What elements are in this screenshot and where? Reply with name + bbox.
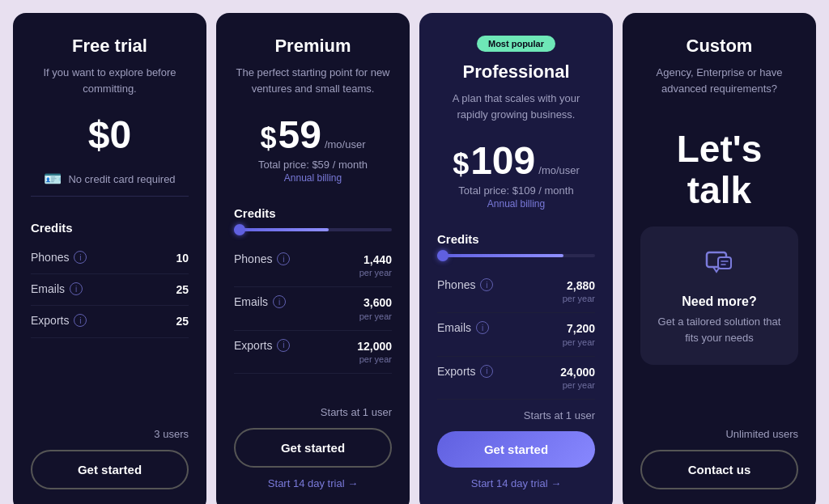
professional-credit-row-exports: Exports i 24,000 per year [437, 357, 595, 400]
credit-card-icon: 🪪 [44, 170, 62, 188]
free-trial-price-value: $0 [88, 112, 131, 157]
premium-slider[interactable] [234, 228, 392, 231]
free-trial-credits-label: Credits [31, 221, 189, 235]
premium-credit-row-exports: Exports i 12,000 per year [234, 331, 392, 374]
professional-price-number: 109 [470, 138, 535, 183]
professional-credit-name-emails: Emails i [437, 321, 489, 334]
divider [31, 196, 189, 197]
credit-value-emails: 25 [176, 282, 189, 297]
premium-card: Premium The perfect starting point for n… [216, 13, 410, 504]
custom-users: Unlimited users [640, 428, 798, 440]
professional-credit-row-emails: Emails i 7,200 per year [437, 313, 595, 356]
free-trial-title: Free trial [31, 36, 189, 57]
premium-credit-row-emails: Emails i 3,600 per year [234, 287, 392, 330]
premium-exports-info-icon[interactable]: i [277, 339, 290, 352]
professional-trial-link[interactable]: Start 14 day trial → [437, 477, 595, 489]
lets-talk: Let's talk [640, 129, 798, 210]
professional-credit-value-emails: 7,200 per year [563, 321, 595, 347]
free-badge: 🪪 No credit card required [31, 170, 189, 188]
professional-credit-row-phones: Phones i 2,880 per year [437, 270, 595, 313]
most-popular-badge: Most popular [477, 36, 555, 52]
premium-price-billing: Annual billing [234, 172, 392, 184]
exports-info-icon[interactable]: i [74, 314, 87, 327]
free-trial-cta[interactable]: Get started [31, 450, 189, 489]
professional-slider-track [437, 254, 595, 257]
professional-subtitle: A plan that scales with your rapidly gro… [437, 91, 595, 122]
professional-slider-thumb[interactable] [437, 250, 449, 261]
svg-rect-1 [718, 257, 731, 269]
premium-emails-info-icon[interactable]: i [273, 295, 286, 308]
credit-name-exports: Exports i [31, 314, 87, 327]
free-trial-price-section: $0 [31, 112, 189, 157]
professional-price-period: /mo/user [538, 164, 580, 176]
premium-price: $59 /mo/user [261, 112, 366, 157]
professional-phones-info-icon[interactable]: i [480, 278, 493, 291]
professional-exports-info-icon[interactable]: i [480, 365, 493, 378]
need-more-card: Need more? Get a tailored solution that … [640, 227, 798, 365]
custom-subtitle: Agency, Enterprise or have advanced requ… [640, 65, 798, 96]
professional-cta[interactable]: Get started [437, 431, 595, 468]
premium-slider-thumb[interactable] [234, 224, 245, 235]
premium-credit-name-exports: Exports i [234, 339, 290, 352]
professional-credit-value-exports: 24,000 per year [560, 365, 595, 391]
professional-card: Most popular Professional A plan that sc… [419, 13, 613, 504]
free-trial-price: $0 [88, 112, 131, 157]
custom-title: Custom [640, 36, 798, 57]
premium-slider-track [234, 228, 392, 231]
professional-title: Professional [437, 61, 595, 83]
professional-price-total: Total price: $109 / month [437, 184, 595, 197]
premium-price-section: $59 /mo/user Total price: $59 / month An… [234, 112, 392, 184]
premium-credit-name-phones: Phones i [234, 252, 290, 265]
premium-credit-row-phones: Phones i 1,440 per year [234, 244, 392, 287]
credit-row-emails: Emails i 25 [31, 274, 189, 306]
professional-users: Starts at 1 user [437, 409, 595, 421]
premium-credits-label: Credits [234, 206, 392, 220]
credit-value-exports: 25 [176, 314, 189, 328]
need-more-icon [657, 246, 782, 285]
custom-cta[interactable]: Contact us [640, 450, 798, 489]
premium-users: Starts at 1 user [234, 406, 392, 418]
credit-value-phones: 10 [176, 251, 189, 265]
professional-price: $109 /mo/user [453, 138, 580, 183]
professional-credits-label: Credits [437, 232, 595, 246]
premium-credit-value-phones: 1,440 per year [359, 252, 392, 278]
premium-cta[interactable]: Get started [234, 428, 392, 468]
credit-row-phones: Phones i 10 [31, 243, 189, 274]
free-trial-users: 3 users [31, 428, 189, 440]
premium-price-total: Total price: $59 / month [234, 159, 392, 171]
phones-info-icon[interactable]: i [74, 251, 87, 264]
premium-credit-name-emails: Emails i [234, 295, 286, 308]
free-trial-subtitle: If you want to explore before committing… [31, 65, 189, 96]
premium-credit-value-exports: 12,000 per year [357, 339, 392, 365]
credit-name-phones: Phones i [31, 251, 87, 264]
professional-emails-info-icon[interactable]: i [476, 321, 489, 334]
professional-credit-name-phones: Phones i [437, 278, 493, 291]
free-note: No credit card required [68, 173, 175, 185]
premium-slider-fill [234, 228, 329, 231]
pricing-container: Free trial If you want to explore before… [13, 13, 816, 504]
premium-price-number: 59 [278, 112, 321, 157]
premium-credit-value-emails: 3,600 per year [359, 295, 392, 321]
premium-title: Premium [234, 36, 392, 57]
professional-credit-name-exports: Exports i [437, 365, 493, 378]
premium-price-period: /mo/user [325, 138, 366, 150]
professional-slider[interactable] [437, 254, 595, 257]
need-more-title: Need more? [657, 294, 782, 309]
professional-price-billing: Annual billing [437, 198, 595, 210]
need-more-desc: Get a tailored solution that fits your n… [657, 314, 782, 345]
professional-slider-fill [437, 254, 563, 257]
premium-trial-link[interactable]: Start 14 day trial → [234, 477, 392, 489]
free-trial-card: Free trial If you want to explore before… [13, 13, 206, 504]
custom-card: Custom Agency, Enterprise or have advanc… [623, 13, 816, 504]
premium-subtitle: The perfect starting point for new ventu… [234, 65, 392, 96]
professional-credit-value-phones: 2,880 per year [563, 278, 595, 304]
credit-row-exports: Exports i 25 [31, 306, 189, 337]
professional-price-section: $109 /mo/user Total price: $109 / month … [437, 138, 595, 210]
emails-info-icon[interactable]: i [70, 282, 83, 295]
premium-phones-info-icon[interactable]: i [277, 252, 290, 265]
credit-name-emails: Emails i [31, 282, 83, 295]
